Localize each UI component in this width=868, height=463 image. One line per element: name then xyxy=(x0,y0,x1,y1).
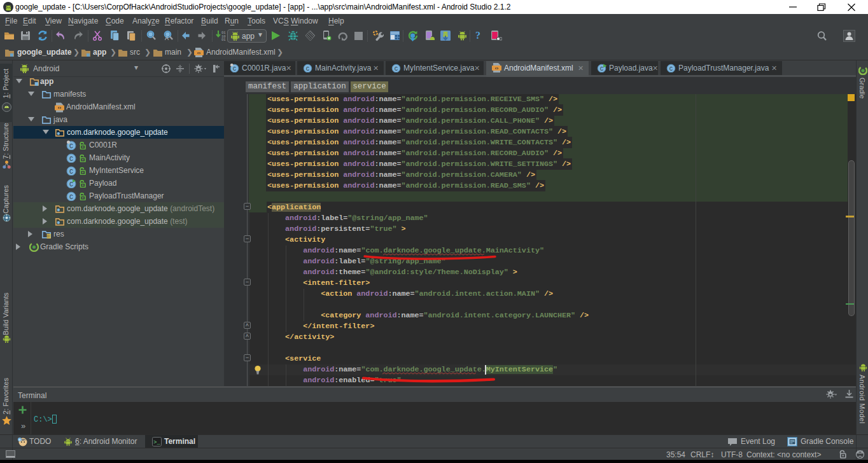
svg-text:C: C xyxy=(395,66,398,73)
svg-text:e: e xyxy=(19,438,21,441)
svg-text:‹›: ‹› xyxy=(495,66,499,71)
svg-text:01: 01 xyxy=(221,38,226,41)
svg-text:C: C xyxy=(600,66,604,73)
svg-text:C: C xyxy=(69,194,73,201)
svg-text:C: C xyxy=(233,66,237,73)
svg-text:A: A xyxy=(165,35,169,41)
svg-text:>_: >_ xyxy=(153,439,160,446)
svg-text:C: C xyxy=(69,143,73,150)
svg-text:C: C xyxy=(69,169,73,176)
svg-text:‹›: ‹› xyxy=(197,50,201,56)
svg-text:C: C xyxy=(69,156,73,163)
svg-text:‹›: ‹› xyxy=(58,105,62,111)
svg-text:C: C xyxy=(669,66,673,73)
svg-text:C: C xyxy=(306,66,310,73)
